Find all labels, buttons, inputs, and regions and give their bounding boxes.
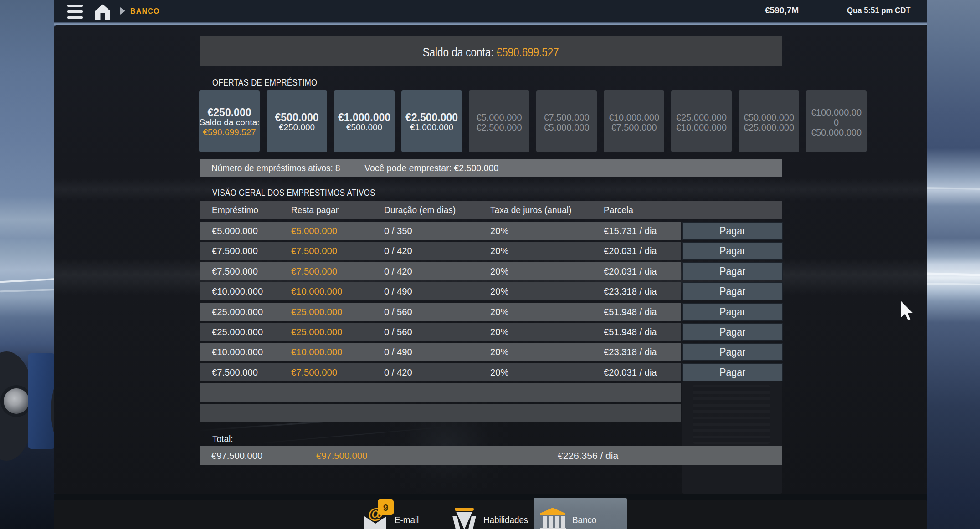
svg-text:9: 9 <box>383 502 389 513</box>
